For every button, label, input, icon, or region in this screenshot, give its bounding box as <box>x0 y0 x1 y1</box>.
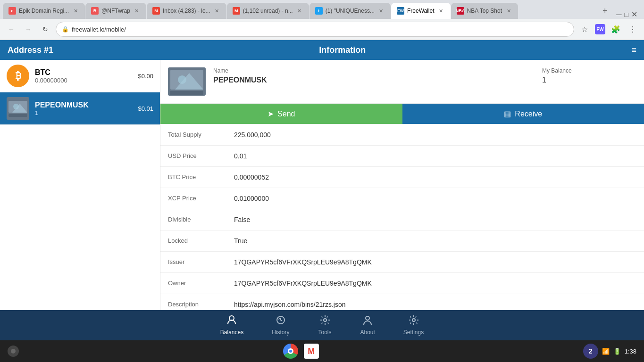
sidebar: ₿ BTC 0.00000000 $0.00 <box>0 60 160 310</box>
nav-icon-tools <box>320 315 330 328</box>
menu-icon[interactable]: ≡ <box>631 45 636 55</box>
tab-favicon-epik: e <box>8 7 16 15</box>
field-label-1: USD Price <box>160 146 226 167</box>
sidebar-item-right-pepeonmusk: $0.01 <box>138 105 153 112</box>
tab-close-gmail2[interactable]: ✕ <box>296 7 303 15</box>
tab-close-nftwrap[interactable]: ✕ <box>133 7 141 15</box>
tab-favicon-freewallet: FW <box>397 7 404 15</box>
nav-item-settings[interactable]: Settings <box>389 310 438 340</box>
send-label: Send <box>277 110 295 118</box>
reload-button[interactable]: ↻ <box>39 23 52 36</box>
field-label-2: BTC Price <box>160 167 226 188</box>
field-value-1: 0.01 <box>226 146 644 167</box>
taskbar-right: 2 📶 🔋 1:38 <box>583 344 636 359</box>
nav-item-balances[interactable]: Balances <box>206 310 258 340</box>
tab-close-nbaTopShot[interactable]: ✕ <box>505 7 512 15</box>
forward-button[interactable]: → <box>22 23 35 36</box>
receive-button[interactable]: ▦ Receive <box>402 104 644 124</box>
nav-item-tools[interactable]: Tools <box>304 310 346 340</box>
tab-twitter[interactable]: t(1) "UNIQUEness...✕ <box>309 3 391 19</box>
info-table: Total Supply225,000,000USD Price0.01BTC … <box>160 124 644 310</box>
svg-rect-9 <box>170 91 203 95</box>
extension-freewallet[interactable]: FW <box>595 24 605 34</box>
tab-freewallet[interactable]: FWFreeWallet✕ <box>391 3 451 19</box>
tab-favicon-nbaTopShot: NBA <box>457 7 464 15</box>
taskbar-center: M <box>283 344 319 359</box>
tab-epik[interactable]: eEpik Domain Regi...✕ <box>3 3 85 19</box>
field-value-4: False <box>226 209 644 230</box>
browser-actions: ☆ FW 🧩 ⋮ <box>578 23 639 36</box>
tab-title-freewallet: FreeWallet <box>407 8 435 14</box>
field-value-3: 0.01000000 <box>226 188 644 209</box>
field-label-7: Owner <box>160 273 226 294</box>
extensions-button[interactable]: 🧩 <box>609 23 622 36</box>
svg-rect-2 <box>8 114 27 117</box>
tab-gmail[interactable]: MInbox (4,283) - lo...✕ <box>147 3 226 19</box>
nav-label-about: About <box>360 329 375 336</box>
new-tab-button[interactable]: + <box>598 3 612 19</box>
close-button[interactable]: ✕ <box>631 10 637 19</box>
field-value-6: 17QGAPYR5cf6VFrXKQSrpLEU9e9A8TgQMK <box>226 252 644 273</box>
tab-close-gmail[interactable]: ✕ <box>213 7 221 15</box>
tab-close-epik[interactable]: ✕ <box>72 7 79 15</box>
gmail-icon[interactable]: M <box>304 344 319 359</box>
svg-point-14 <box>412 319 415 321</box>
bookmark-button[interactable]: ☆ <box>578 23 591 36</box>
nav-icon-history <box>276 315 286 328</box>
btc-name: BTC <box>35 68 132 77</box>
btc-icon: ₿ <box>7 65 29 87</box>
minimize-button[interactable]: ─ <box>616 10 621 19</box>
nav-label-history: History <box>272 329 289 336</box>
wifi-icon: 📶 <box>602 348 610 355</box>
tab-nftwrap[interactable]: B@NFTwrap✕ <box>85 3 146 19</box>
tab-favicon-gmail2: M <box>233 7 240 15</box>
tab-gmail2[interactable]: M(1,102 unread) - n...✕ <box>227 3 309 19</box>
tab-close-twitter[interactable]: ✕ <box>377 7 385 15</box>
back-button[interactable]: ← <box>5 23 18 36</box>
table-row: Issuer17QGAPYR5cf6VFrXKQSrpLEU9e9A8TgQMK <box>160 252 644 273</box>
name-value: PEPEONMUSK <box>213 76 535 84</box>
btc-balance: 0.00000000 <box>35 77 132 84</box>
sidebar-item-pepeonmusk[interactable]: PEPEONMUSK 1 $0.01 <box>0 92 160 125</box>
sidebar-item-info-pepeonmusk: PEPEONMUSK 1 <box>35 101 132 116</box>
menu-button[interactable]: ⋮ <box>626 23 639 36</box>
nav-item-about[interactable]: About <box>346 310 389 340</box>
nav-label-settings: Settings <box>403 329 424 336</box>
info-header-row: Name PEPEONMUSK My Balance 1 <box>160 60 644 104</box>
table-row: BTC Price0.00000052 <box>160 167 644 188</box>
tab-title-gmail: Inbox (4,283) - lo... <box>163 8 210 14</box>
pepeonmusk-image <box>7 97 29 120</box>
tab-close-freewallet[interactable]: ✕ <box>437 7 445 15</box>
browser-chrome: eEpik Domain Regi...✕B@NFTwrap✕MInbox (4… <box>0 0 644 40</box>
asset-thumbnail <box>168 67 206 96</box>
taskbar: M 2 📶 🔋 1:38 <box>0 340 644 362</box>
information-title: Information <box>319 45 366 55</box>
balance-label: My Balance <box>542 67 636 74</box>
lock-icon: 🔒 <box>62 26 69 33</box>
pepeonmusk-usd: $0.01 <box>138 105 153 112</box>
bottom-nav: BalancesHistoryToolsAboutSettings <box>0 310 644 340</box>
nav-icon-settings <box>409 315 419 328</box>
tab-title-gmail2: (1,102 unread) - n... <box>243 8 293 14</box>
nav-item-history[interactable]: History <box>258 310 303 340</box>
content-panel: Name PEPEONMUSK My Balance 1 ➤ Send <box>160 60 644 310</box>
field-value-0: 225,000,000 <box>226 124 644 146</box>
table-row: LockedTrue <box>160 230 644 252</box>
notification-count[interactable]: 2 <box>583 344 598 359</box>
send-button[interactable]: ➤ Send <box>160 104 402 124</box>
tab-title-epik: Epik Domain Regi... <box>19 8 69 14</box>
browser-controls: ← → ↻ 🔒 freewallet.io/mobile/ ☆ FW 🧩 ⋮ <box>0 19 644 40</box>
address-bar[interactable]: 🔒 freewallet.io/mobile/ <box>56 22 574 37</box>
table-row: USD Price0.01 <box>160 146 644 167</box>
maximize-button[interactable]: □ <box>625 11 628 18</box>
field-label-5: Locked <box>160 230 226 252</box>
tab-title-nbaTopShot: NBA Top Shot <box>467 8 502 14</box>
tab-bar: eEpik Domain Regi...✕B@NFTwrap✕MInbox (4… <box>0 0 644 19</box>
balance-section: My Balance 1 <box>542 67 636 84</box>
table-row: Owner17QGAPYR5cf6VFrXKQSrpLEU9e9A8TgQMK <box>160 273 644 294</box>
tab-nbaTopShot[interactable]: NBANBA Top Shot✕ <box>451 3 519 19</box>
chrome-icon[interactable] <box>283 344 298 359</box>
taskbar-left <box>8 346 19 357</box>
balance-value: 1 <box>542 76 636 84</box>
sidebar-item-btc[interactable]: ₿ BTC 0.00000000 $0.00 <box>0 60 160 92</box>
